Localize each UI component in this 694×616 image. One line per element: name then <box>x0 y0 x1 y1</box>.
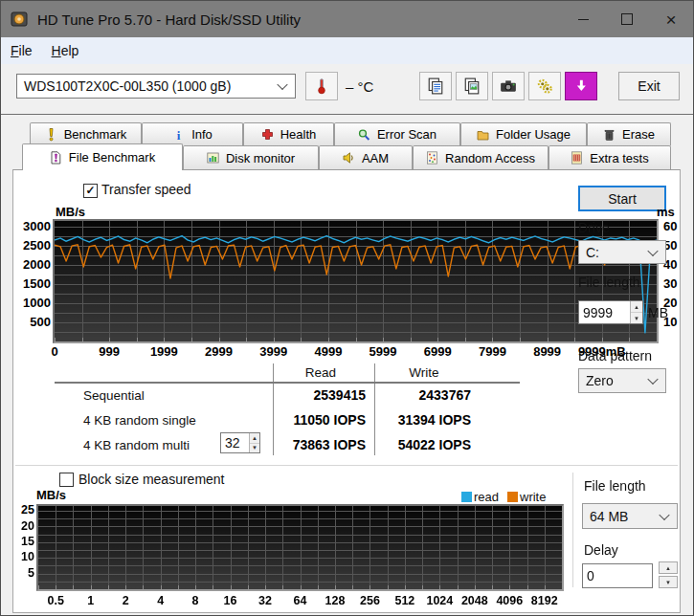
disk-monitor-icon <box>207 151 219 165</box>
menubar: File Help <box>1 37 693 64</box>
tab-label: AAM <box>362 151 389 165</box>
chevron-down-icon <box>659 509 669 519</box>
minimize-icon <box>578 19 589 20</box>
chart-plot-area <box>36 504 564 591</box>
window-title: HD Tune Pro 5.70 - Hard Disk/SSD Utility <box>37 11 301 28</box>
spin-down-icon[interactable]: ▼ <box>250 444 259 453</box>
block-file-length-select[interactable]: 64 MB <box>582 503 678 529</box>
copy-image-button[interactable] <box>456 72 488 100</box>
block-file-length-label: File length <box>584 478 646 494</box>
file-length-spinner[interactable]: ▲▼ <box>578 300 643 324</box>
close-icon: × <box>665 11 676 29</box>
temperature-button[interactable] <box>305 72 338 100</box>
tab-disk-monitor[interactable]: Disk monitor <box>183 145 319 169</box>
sequential-write-value: 2433767 <box>380 387 471 403</box>
maximize-icon <box>621 13 633 25</box>
spin-down-icon[interactable]: ▼ <box>659 576 678 588</box>
block-size-checkbox[interactable] <box>59 473 74 487</box>
tab-label: Disk monitor <box>226 151 295 165</box>
col-header-write: Write <box>381 365 467 380</box>
y-axis-tick-label: 3000 <box>14 219 51 233</box>
tab-label: File Benchmark <box>69 150 155 165</box>
data-pattern-label: Data pattern <box>578 348 652 363</box>
x-axis-tick-label: 8999 <box>519 344 576 359</box>
y-axis-tick-label: 2000 <box>14 257 51 272</box>
tab-health[interactable]: Health <box>243 122 334 145</box>
tab-random-access[interactable]: Random Access <box>413 145 548 169</box>
temperature-value: – °C <box>346 78 373 95</box>
y-axis-unit-2: MB/s <box>36 488 66 502</box>
spin-up-icon[interactable]: ▲ <box>631 301 642 313</box>
random-single-read-value: 11050 IOPS <box>275 412 366 428</box>
options-icon <box>536 77 553 95</box>
maximize-button[interactable] <box>605 1 649 37</box>
x-axis-tick-label: 8192 <box>516 594 573 607</box>
y-axis-tick-label: 5 <box>13 566 34 580</box>
spin-up-icon[interactable]: ▲ <box>250 433 259 444</box>
thermometer-icon <box>313 77 330 95</box>
x-axis-tick-label: 5999 <box>354 344 412 359</box>
data-pattern-select[interactable]: Zero <box>578 368 666 393</box>
save-button[interactable] <box>565 72 597 100</box>
legend-write-label: write <box>520 490 546 504</box>
file-length-input[interactable] <box>579 301 630 323</box>
y-axis-unit: MB/s <box>56 205 85 219</box>
transfer-speed-checkbox[interactable]: ✓ <box>83 184 98 198</box>
table-header-rule <box>55 382 520 384</box>
y-axis-tick-label: 20 <box>13 519 34 533</box>
delay-field[interactable] <box>582 563 653 588</box>
copy-text-button[interactable] <box>419 72 452 100</box>
spin-down-icon[interactable]: ▼ <box>631 313 642 323</box>
exit-button[interactable]: Exit <box>618 72 680 100</box>
chevron-down-icon <box>647 374 658 385</box>
tab-erase[interactable]: Erase <box>587 122 671 145</box>
drive-select-value: WDS100T2X0C-00L350 (1000 gB) <box>24 78 231 94</box>
tab-label: Folder Usage <box>496 127 571 142</box>
file-benchmark-icon <box>50 151 62 165</box>
tab-label: Erase <box>622 127 655 142</box>
tab-folder-usage[interactable]: Folder Usage <box>460 122 587 145</box>
app-icon <box>10 10 29 29</box>
chart-plot-area <box>53 219 659 343</box>
benchmark-icon <box>45 128 57 142</box>
screenshot-button[interactable] <box>492 72 525 100</box>
tab-label: Info <box>191 127 213 142</box>
tab-info[interactable]: iInfo <box>142 122 243 145</box>
minimize-button[interactable] <box>561 1 605 37</box>
table-divider <box>273 363 274 455</box>
x-axis-tick-label: 4999 <box>300 344 357 359</box>
spin-up-icon[interactable]: ▲ <box>659 561 678 574</box>
x-axis-tick-label: 7999 <box>463 344 521 359</box>
tab-extra-tests[interactable]: Extra tests <box>548 145 671 169</box>
file-benchmark-panel: ✓ Transfer speed Start MB/s ms 300025002… <box>12 169 681 613</box>
chevron-down-icon <box>647 245 658 255</box>
screenshot-icon <box>500 77 517 95</box>
block-size-label: Block size measurement <box>78 472 225 487</box>
menu-file[interactable]: File <box>1 39 42 62</box>
folder-icon <box>477 128 489 142</box>
delay-label: Delay <box>584 542 618 558</box>
drive-label: Drive <box>578 220 610 235</box>
delay-input[interactable] <box>583 564 652 587</box>
drive-select[interactable]: WDS100T2X0C-00L350 (1000 gB) <box>16 74 296 99</box>
menu-help[interactable]: Help <box>42 39 89 62</box>
options-button[interactable] <box>528 72 561 100</box>
tabstrip: BenchmarkiInfoHealthError ScanFolder Usa… <box>1 115 693 169</box>
x-axis-tick-label: 999 <box>80 344 138 359</box>
queue-depth-input[interactable] <box>221 433 249 452</box>
col-header-read: Read <box>278 365 364 380</box>
target-drive-select[interactable]: C: <box>578 240 666 264</box>
copy-image-icon <box>463 77 481 95</box>
tab-benchmark[interactable]: Benchmark <box>30 122 142 145</box>
start-button[interactable]: Start <box>578 186 666 211</box>
data-pattern-value: Zero <box>586 373 614 388</box>
tab-aam[interactable]: AAM <box>319 145 413 169</box>
tab-label: Extra tests <box>590 151 648 165</box>
tab-error-scan[interactable]: Error Scan <box>334 122 460 145</box>
queue-depth-spinner[interactable]: ▲▼ <box>220 432 260 453</box>
x-axis-tick-label: 0 <box>26 344 83 359</box>
table-divider <box>374 363 375 455</box>
close-button[interactable]: × <box>649 1 693 37</box>
tab-file-benchmark[interactable]: File Benchmark <box>22 143 183 170</box>
delay-updown: ▲ ▼ <box>659 561 678 590</box>
